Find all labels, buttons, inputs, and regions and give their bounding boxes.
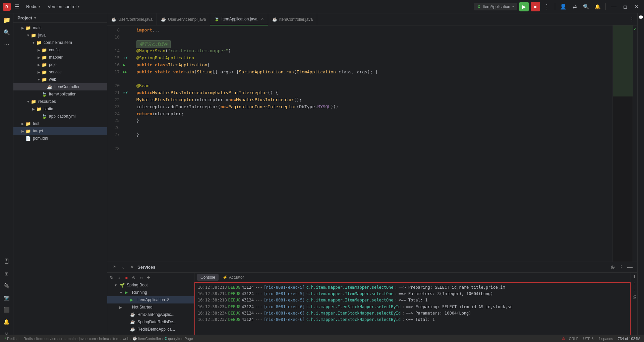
code-line-14: @MapperScan("com.heima.item.mapper"): [132, 48, 612, 55]
notifications-icon[interactable]: 💬: [638, 15, 644, 20]
services-add-button[interactable]: ⊕: [609, 264, 616, 271]
tab-item-application[interactable]: 🍃 ItemApplication.java ✕: [210, 13, 268, 25]
sidebar-icon-more[interactable]: ⋯: [1, 39, 12, 50]
status-line-col[interactable]: 734 of 1024M: [617, 337, 641, 341]
status-errors[interactable]: ⚠: [562, 336, 565, 341]
services-refresh-button[interactable]: ↻: [111, 264, 118, 271]
services-tree-toolbar-scroll[interactable]: ⎋: [138, 275, 144, 281]
tree-item[interactable]: ▶ 📁 target: [13, 127, 107, 135]
services-tree-not-started[interactable]: ▶ Not Started: [107, 303, 194, 311]
status-path[interactable]: Redis › Item-service › src › main › java…: [22, 336, 194, 341]
console-tab-actuator[interactable]: ⚡ Actuator: [219, 274, 247, 281]
line-numbers: 8 10 14 15 16 17 20 21 22 23 24 25 26 27: [107, 25, 122, 262]
console-output[interactable]: 16:12:38:213 DEBUG 43124 --- [nio-8081-e…: [194, 282, 631, 342]
minimize-button[interactable]: —: [609, 2, 619, 11]
tree-item[interactable]: ▼ 📁 com.heima.item: [13, 39, 107, 46]
console-right-actions: ⬆ ↑ ↓ 🖨 🗑: [631, 273, 637, 342]
maximize-button[interactable]: ◻: [621, 2, 630, 11]
services-tree-toolbar-filter[interactable]: ⊜: [131, 275, 137, 281]
minimap: [612, 25, 633, 262]
tree-item-item-application[interactable]: 🍃 ItemApplication: [13, 90, 107, 98]
services-tree-redis-demo[interactable]: ☕ RedisDemoApplica...: [107, 326, 194, 333]
code-line-21: @Bean: [132, 82, 612, 89]
tab-close-icon[interactable]: ✕: [261, 17, 264, 21]
code-line-28: }: [132, 131, 612, 138]
code-line-23: MybatisPlusInterceptor interceptor = new…: [132, 96, 612, 104]
log-line-6: 16:12:38:237 DEBUG 43124 --- [nio-8081-e…: [198, 317, 627, 323]
status-bar: ⑂ Redis | Redis › Item-service › src › m…: [0, 335, 644, 342]
check-icon: ✓: [634, 27, 637, 31]
services-tree-item-application[interactable]: ▶ ItemApplication .8: [107, 296, 194, 303]
code-line-20: [132, 76, 612, 83]
tree-item[interactable]: ▼ 📁 java: [13, 31, 107, 39]
status-encoding-label: UTF-8: [583, 337, 594, 341]
more-menu-button[interactable]: ⋮: [542, 2, 551, 11]
log-line-5: 16:12:38:234 DEBUG 43124 --- [nio-8081-e…: [198, 310, 627, 317]
console-action-print[interactable]: 🖨: [632, 294, 637, 299]
console-action-scroll-down[interactable]: ↓: [632, 287, 637, 293]
sidebar-icon-folder[interactable]: 📁: [1, 15, 12, 25]
sidebar-icon-camera[interactable]: 📷: [1, 292, 12, 303]
project-panel-header[interactable]: Project ▾: [13, 13, 107, 23]
editor-gutter: ⚡⚡ ▶ ▶▶ ⚡⚡: [122, 25, 132, 262]
services-tree-running[interactable]: ▼ ▶ Running: [107, 289, 194, 296]
sidebar-icon-database[interactable]: 🗄: [1, 256, 12, 267]
code-content[interactable]: import ... 用于分布式缓存 @MapperScan("com.heim…: [132, 25, 612, 262]
sidebar-icon-notification[interactable]: 🔔: [1, 317, 12, 327]
sidebar-icon-structure[interactable]: ⊞: [1, 268, 12, 279]
status-crlf[interactable]: CRLF: [568, 337, 580, 341]
status-crlf-label: CRLF: [569, 337, 579, 341]
tree-item[interactable]: ▼ 📁 web: [13, 76, 107, 83]
code-line-8: import ...: [132, 27, 612, 34]
close-button[interactable]: ✕: [632, 2, 641, 11]
sidebar-icon-search[interactable]: 🔍: [1, 27, 12, 38]
tab-user-controller[interactable]: ☕ UserController.java: [107, 13, 157, 25]
services-tree-spring-data-redis[interactable]: ☕ SpringDataRedisDe...: [107, 318, 194, 326]
tree-item[interactable]: 📄 pom.xml: [13, 135, 107, 142]
services-stop-button[interactable]: ✕: [129, 264, 135, 271]
tree-item[interactable]: ▶ 📁 static: [13, 105, 107, 113]
tree-item[interactable]: ▶ 📁 test: [13, 120, 107, 127]
left-sidebar: 📁 🔍 ⋯ 🗄 ⊞ 🔌 📷 ⬛ 🔔 ⑂: [0, 13, 13, 342]
console-action-scroll-up[interactable]: ↑: [632, 281, 637, 286]
user-icon[interactable]: 👤: [559, 2, 568, 11]
tree-item[interactable]: ▶ 📁 mapper: [13, 54, 107, 61]
tree-item[interactable]: 🍃 application.yml: [13, 113, 107, 120]
run-button[interactable]: ▶: [519, 2, 529, 11]
stop-button[interactable]: ■: [531, 2, 540, 11]
console-action-scroll-top[interactable]: ⬆: [632, 274, 637, 279]
services-panel: ↻ ⬦ ✕ Services ⊕ ⋮ — ↻ ⬦ ■ ⊜ ⎋: [107, 262, 637, 342]
translate-icon[interactable]: ⇄: [570, 2, 579, 11]
search-icon[interactable]: 🔍: [581, 2, 591, 11]
tab-item-controller[interactable]: ☕ ItemController.java: [268, 13, 317, 25]
services-tree-toolbar-expand[interactable]: ⬦: [116, 275, 122, 281]
console-tab-console[interactable]: Console: [197, 274, 219, 281]
status-encoding[interactable]: UTF-8: [582, 337, 595, 341]
services-tree-toolbar-stop[interactable]: ■: [123, 275, 129, 281]
tree-item[interactable]: ▶ 📁 config: [13, 46, 107, 54]
tree-item[interactable]: ▼ 📁 resources: [13, 98, 107, 105]
services-options-button[interactable]: ⋮: [618, 264, 625, 271]
services-tree-toolbar-refresh[interactable]: ↻: [109, 275, 115, 281]
hamburger-icon[interactable]: ☰: [13, 2, 21, 11]
services-tree-spring-boot[interactable]: ▼ 🌱 Spring Boot: [107, 281, 194, 289]
tree-item-item-controller[interactable]: ☕ ItemController: [13, 83, 107, 90]
sidebar-icon-plugins[interactable]: 🔌: [1, 280, 12, 291]
project-name[interactable]: Redis ▾: [23, 3, 43, 10]
tab-user-service-impl[interactable]: ☕ UserServiceImpl.java: [157, 13, 210, 25]
services-tree-toolbar-add[interactable]: +: [145, 275, 152, 281]
services-expand-button[interactable]: ⬦: [120, 264, 127, 271]
tree-item[interactable]: ▶ 📁 main: [13, 24, 107, 31]
status-git[interactable]: ⑂ Redis: [3, 337, 17, 341]
tree-item[interactable]: ▶ 📁 pojo: [13, 61, 107, 68]
tabs-more-button[interactable]: ⋮: [627, 16, 637, 22]
tree-item-service[interactable]: ▶ 📁 service: [13, 68, 107, 76]
status-indent[interactable]: 4 spaces: [597, 337, 614, 341]
log-line-2: 16:12:38:214 DEBUG 43124 --- [nio-8081-e…: [198, 291, 627, 297]
app-selector[interactable]: ⚙ ItemApplication ▾: [474, 3, 517, 10]
vcs-menu[interactable]: Version control ▾: [45, 3, 82, 10]
sidebar-icon-terminal[interactable]: ⬛: [1, 304, 12, 315]
services-tree-hm-dian-ping[interactable]: ☕ HmDianPingApplic...: [107, 311, 194, 318]
notifications-icon[interactable]: 🔔: [593, 2, 602, 11]
services-minimize-button[interactable]: —: [627, 264, 633, 271]
